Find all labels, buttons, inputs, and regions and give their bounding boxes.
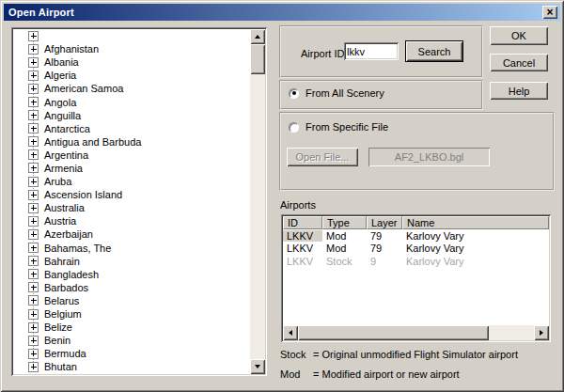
arrow-up-icon <box>255 35 260 39</box>
tree-item[interactable]: Antarctica <box>13 122 265 135</box>
country-tree-list[interactable]: AfghanistanAlbaniaAlgeriaAmerican SamoaA… <box>11 27 267 376</box>
expand-icon[interactable] <box>28 163 39 173</box>
close-button[interactable]: × <box>542 6 557 19</box>
from-all-scenery-option[interactable]: From All Scenery <box>289 87 384 99</box>
airport-cell[interactable]: Karlovy Vary <box>402 230 549 242</box>
column-header-id[interactable]: ID <box>283 216 322 229</box>
tree-item[interactable]: Bhutan <box>13 360 265 373</box>
airport-row[interactable]: LKKVStock9Karlovy Vary <box>283 255 549 268</box>
table-horizontal-scrollbar[interactable] <box>283 325 549 340</box>
expand-icon[interactable] <box>28 322 39 333</box>
expand-icon[interactable] <box>28 349 39 359</box>
expand-icon[interactable] <box>28 336 39 346</box>
tree-item[interactable]: Azerbaijan <box>13 227 265 241</box>
expand-icon[interactable] <box>28 110 39 120</box>
radio-button-icon[interactable] <box>289 122 299 133</box>
tree-item[interactable]: Bahamas, The <box>13 242 265 255</box>
tree-item[interactable]: Anguilla <box>13 109 265 122</box>
expand-icon[interactable] <box>28 136 39 147</box>
expand-icon[interactable] <box>28 216 39 227</box>
expand-icon[interactable] <box>28 295 39 306</box>
tree-item[interactable]: Ascension Island <box>13 188 265 201</box>
expand-icon[interactable] <box>28 269 39 279</box>
tree-item[interactable]: Benin <box>13 334 265 347</box>
cancel-button[interactable]: Cancel <box>490 54 548 71</box>
tree-item[interactable]: Albania <box>13 55 265 69</box>
tree-item[interactable]: Bermuda <box>13 347 265 360</box>
tree-vertical-scrollbar[interactable] <box>250 29 265 374</box>
expand-icon[interactable] <box>28 203 39 213</box>
open-file-button[interactable]: Open File... <box>287 148 358 166</box>
tree-item[interactable]: Austria <box>13 214 265 227</box>
tree-item[interactable]: Afghanistan <box>13 42 265 55</box>
scrollbar-thumb[interactable] <box>250 44 265 74</box>
expand-icon[interactable] <box>28 57 39 68</box>
airport-cell[interactable]: Stock <box>322 256 367 267</box>
column-header-type[interactable]: Type <box>322 216 367 229</box>
footnote-term: Mod <box>280 368 313 380</box>
airport-cell[interactable]: LKKV <box>283 243 322 254</box>
airport-cell[interactable]: Mod <box>322 230 367 242</box>
airport-id-input[interactable] <box>344 42 399 60</box>
expand-icon[interactable] <box>28 177 39 187</box>
tree-item[interactable]: Aruba <box>13 175 265 188</box>
title-bar[interactable]: Open Airport × <box>4 4 560 21</box>
tree-item[interactable]: Argentina <box>13 149 265 162</box>
tree-item[interactable]: Belarus <box>13 294 265 307</box>
tree-item[interactable]: Bahrain <box>13 255 265 268</box>
column-header-layer[interactable]: Layer <box>367 216 402 229</box>
tree-item[interactable]: American Samoa <box>13 82 265 95</box>
airport-cell[interactable]: LKKV <box>283 230 322 242</box>
expand-icon[interactable] <box>28 190 39 200</box>
expand-icon[interactable] <box>28 229 39 240</box>
expand-icon[interactable] <box>28 282 39 292</box>
tree-item[interactable]: Angola <box>13 95 265 108</box>
expand-icon[interactable] <box>28 31 39 41</box>
tree-item[interactable]: Barbados <box>13 281 265 294</box>
expand-icon[interactable] <box>28 123 39 133</box>
scrollbar-thumb[interactable] <box>298 325 489 340</box>
airports-table-header[interactable]: ID Type Layer Name <box>283 216 549 229</box>
tree-item[interactable]: Belize <box>13 321 265 334</box>
airport-row[interactable]: LKKVMod79Karlovy Vary <box>283 229 549 243</box>
scroll-up-button[interactable] <box>250 29 265 44</box>
airport-cell[interactable]: Mod <box>322 243 367 254</box>
tree-item-label: Antigua and Barbuda <box>44 136 141 148</box>
airport-cell[interactable]: Karlovy Vary <box>402 243 549 254</box>
scroll-left-button[interactable] <box>283 325 298 340</box>
expand-icon[interactable] <box>28 256 39 266</box>
tree-item[interactable]: Algeria <box>13 69 265 82</box>
expand-icon[interactable] <box>28 97 39 107</box>
tree-item[interactable] <box>13 29 265 42</box>
airport-row[interactable]: LKKVMod79Karlovy Vary <box>283 243 549 256</box>
search-button[interactable]: Search <box>406 41 462 61</box>
airport-cell[interactable]: LKKV <box>283 256 322 267</box>
tree-item-label: Belgium <box>44 308 82 320</box>
expand-icon[interactable] <box>28 71 39 81</box>
from-specific-file-option[interactable]: From Specific File <box>289 121 388 133</box>
expand-icon[interactable] <box>28 362 39 372</box>
expand-icon[interactable] <box>28 243 39 253</box>
column-header-name[interactable]: Name <box>402 216 549 229</box>
expand-icon[interactable] <box>28 44 39 55</box>
airport-cell[interactable]: 79 <box>367 230 402 242</box>
ok-button[interactable]: OK <box>490 26 548 45</box>
tree-item[interactable]: Belgium <box>13 307 265 321</box>
tree-item[interactable]: Antigua and Barbuda <box>13 135 265 149</box>
tree-item[interactable]: Armenia <box>13 162 265 175</box>
airport-cell[interactable]: 9 <box>367 256 402 267</box>
airport-cell[interactable]: Karlovy Vary <box>402 256 549 267</box>
tree-item-label: Bangladesh <box>44 269 99 280</box>
scroll-down-button[interactable] <box>250 359 265 374</box>
tree-item[interactable]: Australia <box>13 201 265 214</box>
tree-item-label: Bhutan <box>44 361 77 372</box>
airport-cell[interactable]: 79 <box>367 243 402 254</box>
radio-button-icon[interactable] <box>289 88 299 99</box>
airports-table[interactable]: ID Type Layer Name LKKVMod79Karlovy Vary… <box>281 214 551 342</box>
tree-item[interactable]: Bangladesh <box>13 268 265 281</box>
expand-icon[interactable] <box>28 309 39 320</box>
expand-icon[interactable] <box>28 149 39 160</box>
help-button[interactable]: Help <box>490 82 548 100</box>
scroll-right-button[interactable] <box>534 325 549 340</box>
expand-icon[interactable] <box>28 84 39 94</box>
